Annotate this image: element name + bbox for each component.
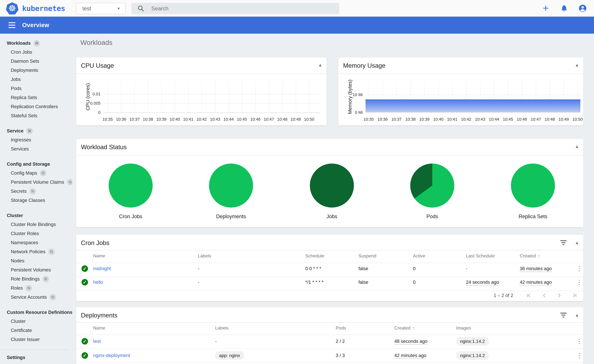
- cell-images: nginx:1.14.2: [456, 351, 489, 360]
- sidebar-item-namespaces[interactable]: Namespaces: [0, 238, 72, 247]
- column-header-created[interactable]: Created↑: [394, 325, 415, 331]
- relative-time[interactable]: 36 minutes ago: [520, 266, 552, 272]
- search-input[interactable]: [151, 6, 322, 12]
- create-resource-button[interactable]: +: [540, 3, 551, 14]
- namespaced-badge: N: [50, 294, 56, 300]
- relative-time[interactable]: 42 minutes ago: [394, 353, 426, 359]
- sidebar-item-config-maps[interactable]: Config MapsN: [0, 169, 72, 178]
- cell-suspend: false: [358, 266, 368, 271]
- sidebar-item-label: Pods: [11, 84, 21, 93]
- sidebar-item-cluster[interactable]: Cluster: [0, 317, 72, 326]
- row-menu-icon[interactable]: ⋮: [576, 278, 582, 286]
- row-menu-icon[interactable]: ⋮: [576, 352, 582, 359]
- filter-icon[interactable]: [560, 312, 567, 318]
- column-header-name[interactable]: Name: [93, 325, 105, 331]
- sidebar-item-replication-controllers[interactable]: Replication Controllers: [0, 102, 72, 111]
- column-header-name[interactable]: Name: [93, 253, 105, 258]
- collapse-icon[interactable]: ▲: [575, 240, 579, 245]
- chart-gridline: [188, 81, 189, 112]
- namespaced-badge: N: [43, 276, 49, 282]
- sidebar-section-label: Workloads: [7, 39, 31, 47]
- column-header-created[interactable]: Created↑: [520, 253, 540, 258]
- search-bar[interactable]: [131, 3, 339, 14]
- sidebar-item-cluster-role-bindings[interactable]: Cluster Role Bindings: [0, 220, 72, 229]
- collapse-icon[interactable]: ▲: [575, 63, 579, 67]
- x-axis-tick: 10:40: [433, 117, 444, 122]
- status-ok-icon: ✓: [81, 352, 88, 359]
- chart-gridline: [103, 103, 320, 103]
- resource-link-nginx-deployment[interactable]: nginx-deployment: [93, 353, 130, 358]
- sidebar-item-replica-sets[interactable]: Replica Sets: [0, 93, 72, 102]
- column-header-last-schedule[interactable]: Last Schedule: [466, 253, 495, 258]
- sidebar-item-label: Role Bindings: [11, 274, 40, 283]
- x-axis-tick: 10:37: [129, 117, 140, 122]
- collapse-icon[interactable]: ▲: [575, 144, 579, 149]
- sidebar-section-label: Service: [7, 127, 23, 135]
- kubernetes-logo[interactable]: ☸ kubernetes: [6, 2, 65, 15]
- sidebar-item-persistent-volumes[interactable]: Persistent Volumes: [0, 265, 72, 274]
- collapse-icon[interactable]: ▲: [575, 313, 579, 317]
- resource-link-hello[interactable]: hello: [93, 280, 103, 285]
- namespaced-badge: N: [67, 179, 72, 185]
- sidebar-item-daemon-sets[interactable]: Daemon Sets: [0, 57, 72, 66]
- sidebar-item-label: Certificate: [11, 326, 32, 335]
- sidebar-item-ingresses[interactable]: Ingresses: [0, 135, 72, 144]
- filter-icon[interactable]: [560, 240, 567, 246]
- sidebar-item-nodes[interactable]: Nodes: [0, 256, 72, 265]
- next-page-icon[interactable]: [556, 292, 563, 299]
- account-circle-icon: [578, 4, 587, 13]
- first-page-icon[interactable]: [526, 292, 533, 299]
- namespace-select[interactable]: test ▼: [76, 3, 126, 14]
- resource-link-test[interactable]: test: [93, 339, 101, 344]
- sidebar-item-label: Service Accounts: [11, 293, 47, 302]
- sidebar-item-cluster-issuer[interactable]: Cluster Issuer: [0, 335, 72, 344]
- cell-active: 0: [413, 280, 416, 285]
- sidebar-item-jobs[interactable]: Jobs: [0, 75, 72, 84]
- memory-usage-card: Memory Usage ▲ 10:3510:3610:3710:3810:39…: [338, 58, 583, 125]
- column-header-images[interactable]: Images: [456, 325, 471, 331]
- last-page-icon[interactable]: [571, 292, 578, 299]
- chart-gridline: [256, 81, 256, 112]
- collapse-icon[interactable]: ▲: [318, 63, 322, 67]
- sidebar-item-secrets[interactable]: SecretsN: [0, 187, 72, 196]
- sidebar-item-services[interactable]: Services: [0, 144, 72, 154]
- notifications-button[interactable]: [559, 3, 570, 14]
- sidebar-item-storage-classes[interactable]: Storage Classes: [0, 196, 72, 205]
- sidebar-item-roles[interactable]: RolesN: [0, 283, 72, 293]
- sidebar-item-cluster-roles[interactable]: Cluster Roles: [0, 229, 72, 238]
- chart-gridline: [365, 112, 580, 113]
- sidebar-item-label: Cluster Issuer: [11, 335, 40, 344]
- pie-deployments: [209, 163, 253, 208]
- row-menu-icon[interactable]: ⋮: [576, 265, 582, 272]
- sidebar-item-persistent-volume-claims[interactable]: Persistent Volume ClaimsN: [0, 178, 72, 187]
- chart-gridline: [175, 81, 175, 112]
- sidebar-item-deployments[interactable]: Deployments: [0, 66, 72, 75]
- column-header-active[interactable]: Active: [413, 253, 425, 258]
- sidebar-item-certificate[interactable]: Certificate: [0, 326, 72, 335]
- sidebar-item-role-bindings[interactable]: Role BindingsN: [0, 274, 72, 283]
- relative-time[interactable]: -: [466, 266, 467, 272]
- sidebar-item-settings[interactable]: Settings: [0, 351, 72, 364]
- column-header-suspend[interactable]: Suspend: [358, 253, 376, 258]
- sidebar-item-network-policies[interactable]: Network PoliciesN: [0, 247, 72, 256]
- sidebar-item-pods[interactable]: Pods: [0, 84, 72, 93]
- column-header-pods[interactable]: Pods: [336, 325, 346, 331]
- menu-icon[interactable]: [7, 20, 16, 30]
- relative-time[interactable]: 48 seconds ago: [394, 339, 427, 345]
- x-axis-tick: 10:42: [461, 117, 471, 122]
- prev-page-icon[interactable]: [541, 292, 547, 299]
- column-header-labels[interactable]: Labels: [198, 253, 211, 258]
- column-header-schedule[interactable]: Schedule: [305, 253, 324, 258]
- sidebar-item-stateful-sets[interactable]: Stateful Sets: [0, 111, 72, 120]
- y-axis-tick: 0.005: [81, 101, 101, 106]
- x-axis-tick: 10:39: [419, 117, 430, 122]
- resource-link-midnight[interactable]: midnight: [93, 266, 111, 271]
- account-button[interactable]: [577, 3, 588, 14]
- sort-ascending-icon: ↑: [538, 254, 540, 258]
- relative-time[interactable]: 24 seconds ago: [466, 280, 499, 286]
- sidebar-item-cron-jobs[interactable]: Cron Jobs: [0, 47, 72, 57]
- relative-time[interactable]: 42 minutes ago: [520, 280, 552, 286]
- row-menu-icon[interactable]: ⋮: [576, 337, 582, 345]
- sidebar-item-service-accounts[interactable]: Service AccountsN: [0, 293, 72, 302]
- column-header-labels[interactable]: Labels: [215, 325, 229, 331]
